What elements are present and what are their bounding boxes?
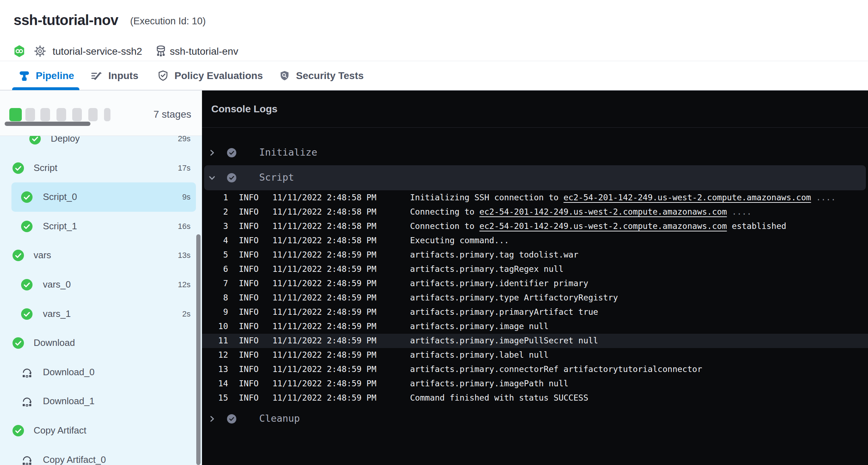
stage-segment[interactable] bbox=[88, 108, 98, 121]
log-level: INFO bbox=[239, 250, 258, 259]
stage-row-script-0[interactable]: Script_09s bbox=[0, 182, 202, 212]
log-text: artifacts.primary.tagRegex null bbox=[410, 264, 563, 274]
console-panel: Console Logs InitializeScript1INFO11/11/… bbox=[202, 90, 868, 465]
log-text: Connecting to bbox=[410, 207, 479, 216]
stage-duration: 9s bbox=[182, 192, 191, 202]
log-message: Command finished with status SUCCESS bbox=[410, 393, 588, 402]
log-message: artifacts.primary.tagRegex null bbox=[410, 264, 563, 274]
success-check-icon bbox=[21, 191, 33, 203]
tab-label: Inputs bbox=[108, 70, 138, 82]
stage-row-download-1[interactable]: Download_1 bbox=[0, 387, 202, 416]
stage-row-copy-artifact[interactable]: Copy Artifact bbox=[0, 416, 202, 445]
tab-inputs[interactable]: Inputs bbox=[90, 61, 138, 90]
stages-progress-header: 7 stages bbox=[0, 90, 202, 136]
stage-row-download[interactable]: Download bbox=[0, 328, 202, 358]
log-timestamp: 11/11/2022 2:48:59 PM bbox=[272, 279, 376, 288]
stage-duration: 13s bbox=[178, 251, 191, 260]
log-level: INFO bbox=[239, 322, 258, 331]
log-text: Command finished with status SUCCESS bbox=[410, 393, 588, 402]
success-check-icon bbox=[29, 136, 41, 145]
log-message: artifacts.primary.label null bbox=[410, 350, 549, 359]
stage-row-script[interactable]: Script17s bbox=[0, 153, 202, 183]
log-timestamp: 11/11/2022 2:48:59 PM bbox=[272, 350, 376, 359]
service-name[interactable]: tutorial-service-ssh2 bbox=[53, 46, 142, 57]
stage-label: Script_0 bbox=[43, 191, 77, 202]
log-level: INFO bbox=[239, 364, 258, 374]
stage-label: Download_1 bbox=[43, 396, 95, 407]
log-level: INFO bbox=[239, 379, 258, 388]
stage-segment[interactable] bbox=[72, 108, 82, 121]
log-level: INFO bbox=[239, 221, 258, 231]
log-line-number: 4 bbox=[202, 236, 228, 245]
log-timestamp: 11/11/2022 2:48:59 PM bbox=[272, 322, 376, 331]
log-timestamp: 11/11/2022 2:48:58 PM bbox=[272, 207, 376, 216]
chevron-down-icon[interactable] bbox=[208, 174, 216, 182]
policy-shield-icon bbox=[157, 70, 169, 82]
stage-duration: 17s bbox=[178, 163, 191, 173]
log-text: established bbox=[727, 221, 786, 231]
stage-segment[interactable] bbox=[9, 108, 22, 121]
log-line-number: 2 bbox=[202, 207, 228, 216]
selected-stage-highlight bbox=[11, 182, 196, 212]
log-timestamp: 11/11/2022 2:48:59 PM bbox=[272, 364, 376, 374]
stage-segment[interactable] bbox=[104, 108, 110, 121]
log-level: INFO bbox=[239, 279, 258, 288]
pipeline-execution-page: ssh-tutorial-nov (Execution Id: 10) tuto… bbox=[0, 0, 868, 465]
success-check-icon bbox=[21, 279, 33, 290]
log-text: Executing command... bbox=[410, 236, 509, 245]
log-timestamp: 11/11/2022 2:48:58 PM bbox=[272, 236, 376, 245]
tab-policy-evaluations[interactable]: Policy Evaluations bbox=[157, 61, 263, 90]
step-success-icon bbox=[227, 148, 236, 157]
log-text: .... bbox=[727, 207, 751, 216]
stage-row-vars-1[interactable]: vars_12s bbox=[0, 299, 202, 329]
stage-row-copy-artifact-0[interactable]: Copy Artifact_0 bbox=[0, 445, 202, 465]
stage-progress-scrollbar[interactable] bbox=[5, 122, 90, 126]
stage-segment[interactable] bbox=[40, 108, 50, 121]
sidebar-scrollbar[interactable] bbox=[196, 234, 201, 465]
stage-segment[interactable] bbox=[56, 108, 66, 121]
log-timestamp: 11/11/2022 2:48:59 PM bbox=[272, 379, 376, 388]
stage-label: vars_0 bbox=[43, 279, 71, 290]
tab-pipeline[interactable]: Pipeline bbox=[19, 61, 74, 90]
log-link[interactable]: ec2-54-201-142-249.us-west-2.compute.ama… bbox=[479, 221, 727, 231]
log-text: .... bbox=[811, 193, 836, 202]
stage-row-script-1[interactable]: Script_116s bbox=[0, 212, 202, 241]
tab-label: Security Tests bbox=[296, 70, 364, 82]
console-title: Console Logs bbox=[211, 103, 277, 115]
log-link[interactable]: ec2-54-201-142-249.us-west-2.compute.ama… bbox=[563, 193, 811, 202]
log-text: artifacts.primary.imagePullSecret null bbox=[410, 336, 598, 345]
rollback-steps-icon bbox=[21, 367, 33, 378]
log-level: INFO bbox=[239, 236, 258, 245]
stage-segment[interactable] bbox=[25, 108, 35, 121]
tab-bar: Pipeline Inputs Policy Evaluations bbox=[0, 61, 868, 90]
stage-label: Deploy bbox=[51, 136, 80, 144]
log-link[interactable]: ec2-54-201-142-249.us-west-2.compute.ama… bbox=[479, 207, 727, 216]
inputs-icon bbox=[90, 70, 103, 82]
log-line-number: 3 bbox=[202, 221, 228, 231]
log-message: artifacts.primary.image null bbox=[410, 322, 549, 331]
log-level: INFO bbox=[239, 393, 258, 402]
success-check-icon bbox=[21, 308, 33, 320]
stage-label: Script_1 bbox=[43, 221, 77, 232]
step-success-icon bbox=[227, 173, 236, 182]
log-message: artifacts.primary.tag todolist.war bbox=[410, 250, 578, 259]
chevron-right-icon[interactable] bbox=[208, 149, 216, 157]
log-text: artifacts.primary.image null bbox=[410, 322, 549, 331]
log-message: artifacts.primary.primaryArtifact true bbox=[410, 307, 598, 317]
stage-row-vars[interactable]: vars13s bbox=[0, 241, 202, 270]
stage-label: vars_1 bbox=[43, 308, 71, 319]
stage-list: Deploy29sScript17sScript_09sScript_116sv… bbox=[0, 136, 202, 465]
log-line-number: 6 bbox=[202, 264, 228, 274]
chevron-right-icon[interactable] bbox=[208, 415, 216, 423]
stage-label: Copy Artifact bbox=[34, 425, 86, 436]
stage-row-download-0[interactable]: Download_0 bbox=[0, 358, 202, 387]
stage-row-deploy[interactable]: Deploy29s bbox=[0, 136, 202, 153]
log-level: INFO bbox=[239, 193, 258, 202]
gear-icon[interactable] bbox=[34, 45, 46, 57]
section-name: Script bbox=[259, 172, 294, 183]
environment-name[interactable]: ssh-tutorial-env bbox=[170, 46, 238, 57]
stage-row-vars-0[interactable]: vars_012s bbox=[0, 270, 202, 299]
log-text: artifacts.primary.type ArtifactoryRegist… bbox=[410, 293, 618, 302]
log-line-number: 15 bbox=[202, 393, 228, 402]
tab-security-tests[interactable]: Security Tests bbox=[279, 61, 364, 90]
